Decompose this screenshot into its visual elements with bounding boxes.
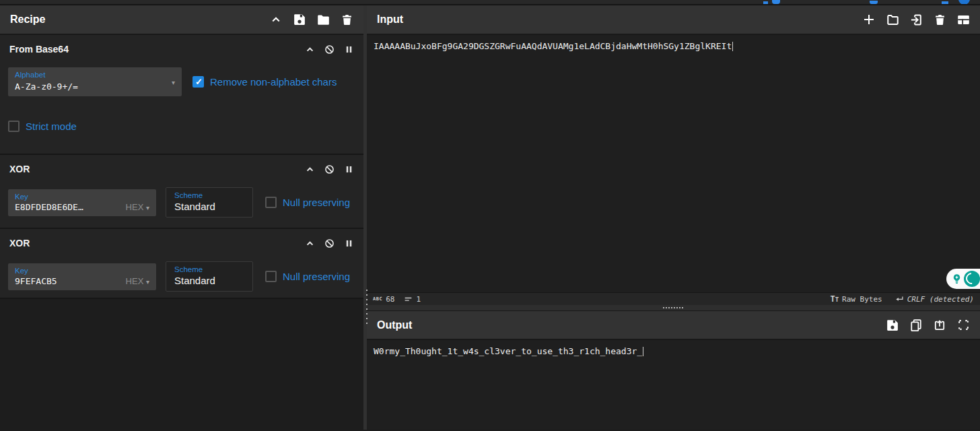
- ban-icon: [324, 238, 335, 248]
- xor-key-input[interactable]: Key 9FEFACB5 HEX: [8, 263, 156, 290]
- alphabet-value: A-Za-z0-9+/=: [15, 81, 78, 92]
- char-count: ABC 68: [373, 295, 394, 304]
- chevron-down-icon: [172, 79, 175, 86]
- null-preserving-checkbox[interactable]: Null preserving: [265, 197, 350, 208]
- banner-icon-fragment: [772, 0, 780, 4]
- xor-scheme-select[interactable]: Scheme Standard: [166, 187, 253, 218]
- line-count: 1: [404, 295, 421, 304]
- text-cursor: [732, 42, 733, 51]
- scheme-value: Standard: [174, 275, 215, 286]
- open-file-button[interactable]: [909, 13, 923, 26]
- chevron-down-icon: [146, 204, 149, 211]
- checkbox-checked-icon[interactable]: [193, 76, 204, 88]
- arg-label: Key: [15, 193, 149, 201]
- io-splitter[interactable]: [367, 305, 980, 310]
- drag-handle-icon[interactable]: [663, 307, 683, 308]
- key-value[interactable]: 9FEFACB5: [15, 276, 57, 286]
- operation-header[interactable]: XOR: [0, 229, 363, 257]
- operation-xor-2[interactable]: XOR Key 9FEFACB5 HEX: [0, 229, 363, 299]
- remove-non-alphabet-checkbox[interactable]: Remove non-alphabet chars: [193, 76, 337, 88]
- checkbox-label[interactable]: Remove non-alphabet chars: [210, 76, 337, 88]
- eol-selector[interactable]: CRLF (detected): [895, 295, 974, 304]
- scheme-value: Standard: [174, 201, 215, 212]
- output-editor[interactable]: W0rmy_Th0ught_1t_w4s_cl3ver_to_use_th3_r…: [367, 340, 980, 430]
- save-output-button[interactable]: [886, 319, 899, 332]
- collapse-recipe-button[interactable]: [269, 13, 283, 26]
- maximise-output-button[interactable]: [956, 319, 970, 332]
- recipe-header: Recipe: [0, 5, 363, 35]
- banner-help-icon[interactable]: [958, 0, 970, 5]
- key-value[interactable]: E8DFDED8E6DE…: [15, 202, 83, 212]
- copy-icon: [910, 319, 922, 331]
- input-text[interactable]: IAAAAABuJxoBFg9GA29DGSZGRwFuAAQdAVUAMg1e…: [367, 35, 980, 57]
- load-recipe-button[interactable]: [316, 13, 330, 26]
- pause-icon: [345, 165, 353, 174]
- ban-icon: [324, 44, 335, 55]
- io-panel: Input IAAAAABuJxoBFg9GA2: [367, 5, 980, 430]
- key-type-dropdown[interactable]: HEX: [126, 276, 149, 286]
- input-status-bar: ABC 68 1 TT Raw Bytes CRLF (detected): [367, 292, 980, 305]
- panel-drag-handle-icon[interactable]: [366, 290, 368, 324]
- operation-xor-1[interactable]: XOR Key E8DFDED8E6DE… HEX: [0, 155, 363, 229]
- expand-icon: [958, 319, 969, 331]
- collapse-op-button[interactable]: [304, 164, 315, 174]
- operation-header[interactable]: XOR: [0, 155, 363, 183]
- input-settings-grid-button[interactable]: [956, 13, 970, 26]
- save-recipe-button[interactable]: [293, 13, 306, 26]
- banner-icon-fragment: [870, 1, 878, 4]
- copy-output-button[interactable]: [909, 319, 923, 332]
- input-title: Input: [377, 13, 403, 26]
- save-icon: [293, 13, 306, 26]
- null-preserving-checkbox[interactable]: Null preserving: [265, 271, 350, 282]
- grid-layout-icon: [957, 13, 970, 26]
- disable-op-button[interactable]: [324, 44, 335, 55]
- operation-title: XOR: [9, 238, 30, 248]
- replace-input-button[interactable]: [933, 319, 946, 332]
- pause-icon: [345, 239, 353, 248]
- checkbox-unchecked-icon[interactable]: [265, 197, 277, 208]
- export-up-icon: [934, 319, 946, 331]
- breakpoint-pause-button[interactable]: [343, 44, 354, 55]
- magic-suggestion-badge[interactable]: [946, 269, 980, 289]
- operation-header[interactable]: From Base64: [0, 35, 363, 63]
- arg-label: Alphabet: [15, 71, 175, 79]
- return-arrow-icon: [895, 296, 904, 303]
- char-count-icon: ABC: [373, 296, 382, 302]
- open-folder-button[interactable]: [886, 13, 899, 26]
- chevron-up-icon: [306, 45, 314, 54]
- checkbox-unchecked-icon[interactable]: [265, 271, 277, 282]
- xor-key-input[interactable]: Key E8DFDED8E6DE… HEX: [8, 189, 156, 216]
- banner-icon-fragment: [942, 1, 948, 4]
- disable-op-button[interactable]: [324, 164, 335, 174]
- checkbox-label[interactable]: Null preserving: [283, 197, 350, 208]
- operation-title: XOR: [9, 164, 30, 174]
- breakpoint-pause-button[interactable]: [343, 164, 354, 174]
- magic-circle-icon: [964, 271, 980, 287]
- folder-outline-icon: [886, 13, 899, 26]
- operation-from-base64[interactable]: From Base64 Alphabet A-Za-z0-9+/=: [0, 35, 363, 155]
- breakpoint-pause-button[interactable]: [343, 238, 354, 248]
- add-input-tab-button[interactable]: [862, 13, 876, 26]
- xor-scheme-select[interactable]: Scheme Standard: [166, 261, 253, 292]
- clear-recipe-button[interactable]: [340, 13, 353, 26]
- strict-mode-checkbox[interactable]: Strict mode: [8, 121, 77, 132]
- chevron-up-icon: [306, 165, 314, 174]
- alphabet-dropdown[interactable]: Alphabet A-Za-z0-9+/=: [8, 67, 182, 96]
- ban-icon: [324, 164, 335, 174]
- input-editor[interactable]: IAAAAABuJxoBFg9GA29DGSZGRwFuAAQdAVUAMg1e…: [367, 35, 980, 292]
- chevron-up-icon: [306, 239, 314, 248]
- output-text[interactable]: W0rmy_Th0ught_1t_w4s_cl3ver_to_use_th3_r…: [367, 340, 980, 362]
- encoding-selector[interactable]: TT Raw Bytes: [830, 294, 882, 304]
- disable-op-button[interactable]: [324, 238, 335, 248]
- checkbox-label[interactable]: Strict mode: [26, 121, 77, 132]
- recipe-title: Recipe: [10, 13, 45, 26]
- collapse-op-button[interactable]: [304, 44, 315, 55]
- input-header: Input: [367, 5, 980, 35]
- output-header: Output: [367, 310, 980, 340]
- checkbox-label[interactable]: Null preserving: [283, 271, 350, 282]
- key-type-dropdown[interactable]: HEX: [126, 202, 149, 212]
- checkbox-unchecked-icon[interactable]: [8, 121, 20, 132]
- chevron-down-icon: [146, 278, 149, 286]
- collapse-op-button[interactable]: [304, 238, 315, 248]
- clear-io-button[interactable]: [933, 13, 946, 26]
